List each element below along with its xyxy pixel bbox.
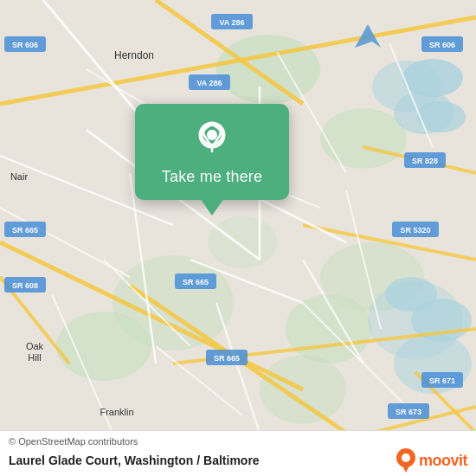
map-pin-icon	[193, 119, 231, 158]
take-me-there-button[interactable]: Take me there	[162, 166, 262, 188]
svg-text:Oak: Oak	[26, 341, 44, 351]
svg-point-11	[208, 216, 277, 268]
location-name: Laurel Glade Court, Washington / Baltimo…	[9, 453, 260, 467]
svg-text:SR 665: SR 665	[183, 278, 209, 286]
svg-text:VA 286: VA 286	[219, 18, 244, 27]
svg-text:SR 671: SR 671	[429, 376, 455, 385]
svg-text:VA 286: VA 286	[196, 79, 222, 87]
moovit-brand-text: moovit	[419, 452, 467, 470]
svg-text:Franklin: Franklin	[100, 407, 133, 417]
svg-text:SR 5320: SR 5320	[400, 226, 430, 235]
svg-point-2	[320, 108, 407, 169]
copyright-text: © OpenStreetMap contributors	[9, 436, 467, 447]
svg-text:Herndon: Herndon	[114, 49, 154, 61]
moovit-logo: moovit	[396, 448, 467, 473]
svg-point-82	[402, 453, 410, 462]
svg-point-1	[216, 35, 320, 104]
map-background: SR 606 SR 606 VA 286 VA 286 SR 828 SR 66…	[0, 0, 476, 476]
svg-text:SR 673: SR 673	[396, 408, 421, 416]
location-info-bar: Laurel Glade Court, Washington / Baltimo…	[9, 448, 467, 473]
svg-point-10	[56, 312, 151, 381]
svg-text:SR 606: SR 606	[12, 41, 38, 49]
svg-text:SR 606: SR 606	[429, 41, 455, 49]
svg-text:Nair: Nair	[10, 171, 29, 182]
svg-text:SR 608: SR 608	[12, 281, 38, 290]
location-card: Take me there	[135, 104, 289, 200]
svg-text:SR 828: SR 828	[412, 157, 438, 165]
bottom-bar: © OpenStreetMap contributors Laurel Glad…	[0, 430, 476, 476]
svg-text:SR 665: SR 665	[12, 226, 38, 235]
map-container: SR 606 SR 606 VA 286 VA 286 SR 828 SR 66…	[0, 0, 476, 476]
moovit-pin-icon	[396, 448, 415, 473]
svg-text:SR 665: SR 665	[214, 354, 240, 363]
svg-point-79	[208, 130, 216, 138]
svg-text:Hill: Hill	[28, 352, 41, 363]
svg-point-13	[402, 59, 463, 97]
svg-marker-83	[402, 466, 409, 473]
